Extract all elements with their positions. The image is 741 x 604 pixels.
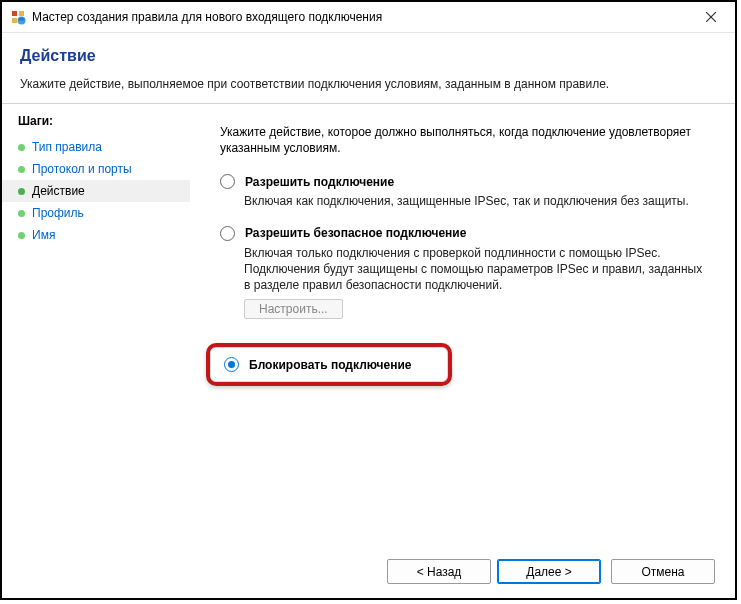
back-button[interactable]: < Назад <box>387 559 491 584</box>
option-description: Включая как подключения, защищенные IPSe… <box>244 193 705 209</box>
step-label: Имя <box>32 228 55 242</box>
cancel-button[interactable]: Отмена <box>611 559 715 584</box>
page-heading: Действие <box>20 47 717 65</box>
radio-allow-secure[interactable] <box>220 226 235 241</box>
firewall-icon <box>10 9 26 25</box>
configure-button: Настроить... <box>244 299 343 319</box>
option-allow-secure: Разрешить безопасное подключение Включая… <box>220 226 705 328</box>
footer: < Назад Далее > Отмена <box>2 549 735 598</box>
step-name[interactable]: Имя <box>2 224 190 246</box>
step-label: Действие <box>32 184 85 198</box>
page-subheading: Укажите действие, выполняемое при соотве… <box>20 77 717 91</box>
step-profile[interactable]: Профиль <box>2 202 190 224</box>
option-description: Включая только подключения с проверкой п… <box>244 245 705 294</box>
option-allow: Разрешить подключение Включая как подклю… <box>220 174 705 209</box>
step-bullet-icon <box>18 232 25 239</box>
next-button[interactable]: Далее > <box>497 559 601 584</box>
radio-allow[interactable] <box>220 174 235 189</box>
step-bullet-icon <box>18 210 25 217</box>
step-bullet-icon <box>18 188 25 195</box>
close-icon <box>706 12 716 22</box>
step-label: Профиль <box>32 206 84 220</box>
step-bullet-icon <box>18 144 25 151</box>
close-button[interactable] <box>691 3 731 31</box>
titlebar: Мастер создания правила для нового входя… <box>2 2 735 33</box>
header-band: Действие Укажите действие, выполняемое п… <box>2 33 735 104</box>
step-protocol-ports[interactable]: Протокол и порты <box>2 158 190 180</box>
option-label[interactable]: Блокировать подключение <box>249 358 412 372</box>
radio-block[interactable] <box>224 357 239 372</box>
main-content: Укажите действие, которое должно выполня… <box>190 104 735 549</box>
wizard-window: Мастер создания правила для нового входя… <box>0 0 737 600</box>
body: Шаги: Тип правила Протокол и порты Дейст… <box>2 104 735 549</box>
steps-title: Шаги: <box>2 114 190 136</box>
option-label[interactable]: Разрешить безопасное подключение <box>245 226 466 240</box>
window-title: Мастер создания правила для нового входя… <box>32 10 382 24</box>
step-action[interactable]: Действие <box>2 180 190 202</box>
radio-dot-icon <box>228 361 235 368</box>
steps-sidebar: Шаги: Тип правила Протокол и порты Дейст… <box>2 104 190 549</box>
step-rule-type[interactable]: Тип правила <box>2 136 190 158</box>
step-label: Тип правила <box>32 140 102 154</box>
option-label[interactable]: Разрешить подключение <box>245 175 394 189</box>
step-bullet-icon <box>18 166 25 173</box>
highlight-box: Блокировать подключение <box>206 343 452 386</box>
nav-button-group: < Назад Далее > <box>387 559 601 584</box>
step-label: Протокол и порты <box>32 162 132 176</box>
intro-text: Укажите действие, которое должно выполня… <box>220 124 705 156</box>
